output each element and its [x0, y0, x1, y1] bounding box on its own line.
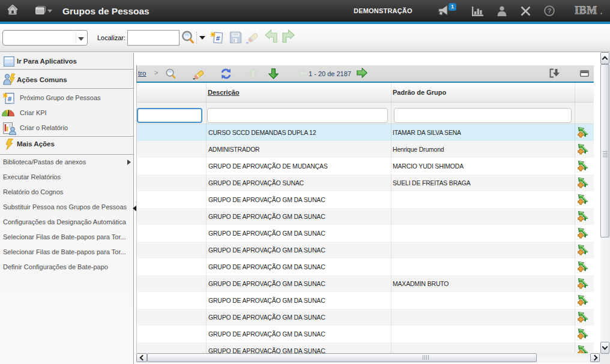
svg-text:#: #	[8, 95, 12, 103]
svg-text:?: ?	[548, 7, 552, 14]
svg-text:IBM: IBM	[575, 6, 597, 16]
svg-text:#: #	[216, 35, 220, 42]
